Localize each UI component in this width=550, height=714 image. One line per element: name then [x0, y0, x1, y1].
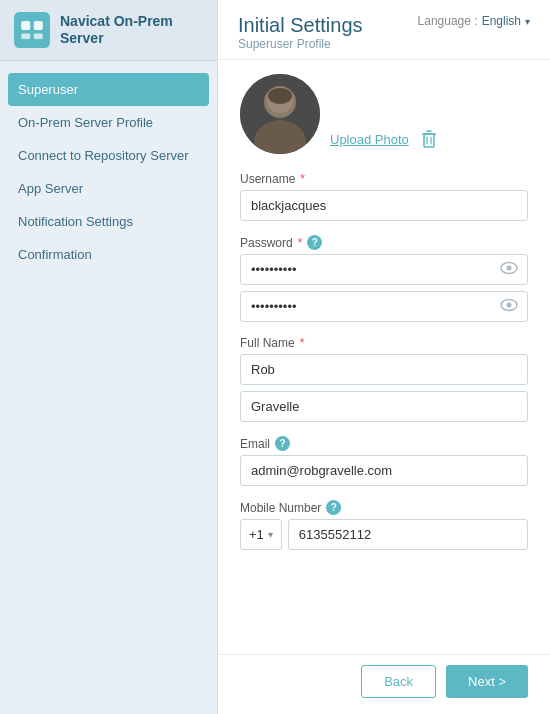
firstname-input[interactable] — [240, 354, 528, 385]
chevron-down-icon: ▾ — [525, 16, 530, 27]
avatar-section: Upload Photo — [240, 74, 528, 154]
mobile-row: +1 ▾ — [240, 519, 528, 550]
mobile-input[interactable] — [288, 519, 528, 550]
lastname-input[interactable] — [240, 391, 528, 422]
language-label: Language : — [418, 14, 478, 28]
password-label: Password* ? — [240, 235, 528, 250]
username-field-group: Username* — [240, 172, 528, 221]
mobile-info-icon: ? — [326, 500, 341, 515]
password-toggle-icon[interactable] — [500, 261, 518, 279]
back-button[interactable]: Back — [361, 665, 436, 698]
sidebar-item-connect-to-repository-server[interactable]: Connect to Repository Server — [0, 139, 217, 172]
sidebar-nav: Superuser On-Prem Server Profile Connect… — [0, 61, 217, 283]
email-label: Email ? — [240, 436, 528, 451]
svg-point-16 — [507, 265, 512, 270]
email-input[interactable] — [240, 455, 528, 486]
username-input[interactable] — [240, 190, 528, 221]
confirm-password-input-wrapper — [240, 291, 528, 322]
bottom-bar: Back Next > — [218, 654, 550, 714]
sidebar-item-superuser[interactable]: Superuser — [8, 73, 209, 106]
main-header: Initial Settings Superuser Profile Langu… — [218, 0, 550, 60]
fullname-field-group: Full Name* — [240, 336, 528, 422]
email-info-icon: ? — [275, 436, 290, 451]
svg-point-9 — [268, 88, 292, 104]
country-code-selector[interactable]: +1 ▾ — [240, 519, 282, 550]
sidebar-item-confirmation[interactable]: Confirmation — [0, 238, 217, 271]
svg-rect-1 — [21, 21, 30, 30]
username-label: Username* — [240, 172, 528, 186]
sidebar-header: Navicat On-Prem Server — [0, 0, 217, 61]
email-field-group: Email ? — [240, 436, 528, 486]
main-content: Initial Settings Superuser Profile Langu… — [218, 0, 550, 714]
fullname-required: * — [300, 336, 305, 350]
form-area: Upload Photo Username* — [218, 60, 550, 654]
password-required: * — [298, 236, 303, 250]
upload-photo-link[interactable]: Upload Photo — [330, 132, 409, 147]
trash-icon — [419, 128, 439, 150]
language-selector[interactable]: Language : English ▾ — [418, 14, 530, 28]
svg-point-18 — [507, 302, 512, 307]
sidebar-item-on-prem-server-profile[interactable]: On-Prem Server Profile — [0, 106, 217, 139]
sidebar: Navicat On-Prem Server Superuser On-Prem… — [0, 0, 218, 714]
name-row — [240, 354, 528, 422]
delete-photo-button[interactable] — [419, 128, 439, 150]
svg-rect-10 — [424, 134, 434, 147]
page-title: Initial Settings — [238, 14, 363, 37]
confirm-password-input[interactable] — [240, 291, 528, 322]
svg-rect-2 — [34, 21, 43, 30]
title-block: Initial Settings Superuser Profile — [238, 14, 363, 51]
next-button[interactable]: Next > — [446, 665, 528, 698]
avatar-actions: Upload Photo — [330, 128, 439, 154]
mobile-field-group: Mobile Number ? +1 ▾ — [240, 500, 528, 550]
language-value: English — [482, 14, 521, 28]
confirm-password-toggle-icon[interactable] — [500, 298, 518, 316]
password-input-wrapper — [240, 254, 528, 285]
username-required: * — [300, 172, 305, 186]
page-subtitle: Superuser Profile — [238, 37, 363, 51]
svg-rect-3 — [21, 34, 30, 39]
avatar — [240, 74, 320, 154]
svg-rect-0 — [14, 12, 50, 48]
password-info-icon: ? — [307, 235, 322, 250]
password-field-group: Password* ? — [240, 235, 528, 322]
country-chevron-icon: ▾ — [268, 529, 273, 540]
sidebar-item-notification-settings[interactable]: Notification Settings — [0, 205, 217, 238]
sidebar-app-name: Navicat On-Prem Server — [60, 13, 203, 47]
fullname-label: Full Name* — [240, 336, 528, 350]
sidebar-item-app-server[interactable]: App Server — [0, 172, 217, 205]
svg-rect-4 — [34, 34, 43, 39]
app-logo — [14, 12, 50, 48]
password-input[interactable] — [240, 254, 528, 285]
mobile-label: Mobile Number ? — [240, 500, 528, 515]
country-code-value: +1 — [249, 527, 264, 542]
